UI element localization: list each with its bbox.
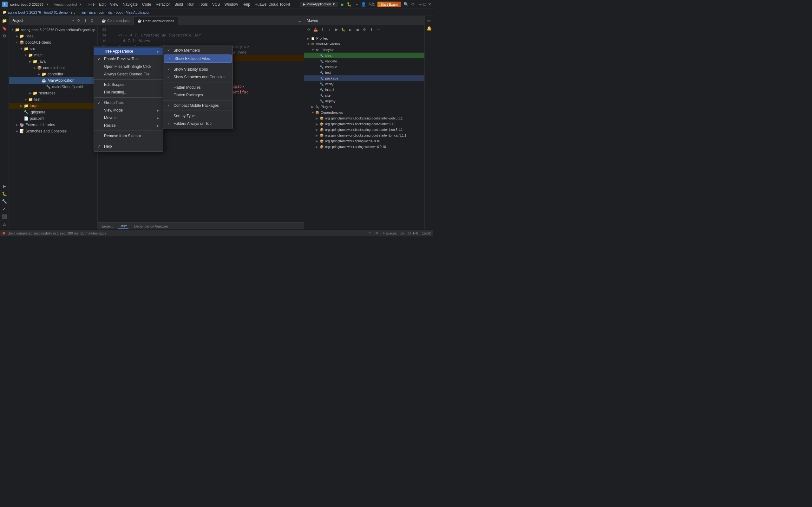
run-button[interactable]: ▶ bbox=[341, 2, 344, 7]
submenu-show-visibility[interactable]: ✓ Show Visibility Icons bbox=[163, 66, 233, 73]
eye-icon[interactable]: 👁 bbox=[375, 231, 379, 235]
maven-run-icon[interactable]: ▶ bbox=[334, 26, 340, 33]
maven-refresh-icon[interactable]: ⟳ bbox=[305, 26, 312, 33]
terminal-icon[interactable]: ⬛ bbox=[1, 213, 8, 220]
menu-tools[interactable]: Tools bbox=[197, 2, 210, 7]
ctx-file-nesting[interactable]: File Nesting... bbox=[94, 89, 163, 96]
debug-left-icon[interactable]: 🐛 bbox=[1, 190, 8, 197]
breadcrumb-src[interactable]: src bbox=[71, 10, 75, 14]
line-sep-label[interactable]: LF bbox=[400, 231, 404, 235]
maven-tree-item[interactable]: ▶📦 org.springframework.spring-webmvc:6.0… bbox=[304, 144, 424, 150]
search-icon[interactable]: 🔍 bbox=[403, 2, 409, 7]
tree-item[interactable]: 🔧 .gitignore bbox=[9, 109, 97, 115]
tab-restcontroller-class[interactable]: ☕ RestController.class bbox=[134, 16, 178, 25]
breadcrumb-boot3[interactable]: boot3-01-demo bbox=[44, 10, 68, 14]
tree-item[interactable]: ▼ 📁 src bbox=[9, 46, 97, 52]
maven-settings-icon[interactable]: ⚙ bbox=[361, 26, 368, 33]
maven-skip-icon[interactable]: ⏭ bbox=[347, 26, 354, 33]
tab-controller-java[interactable]: ☕ Controller.java bbox=[98, 16, 134, 25]
run-icon[interactable]: ▶ bbox=[1, 182, 8, 189]
maven-collapse-icon[interactable]: ⬆ bbox=[368, 26, 374, 33]
maven-tree-item[interactable]: 🔧 install bbox=[304, 87, 424, 93]
maven-tree-item[interactable]: ▶📦 org.springframework.boot:spring-boot-… bbox=[304, 121, 424, 127]
encoding-label[interactable]: UTF-8 bbox=[408, 231, 418, 235]
maven-tree-item[interactable]: ▼📦 Dependencies bbox=[304, 110, 424, 115]
menu-run[interactable]: Run bbox=[185, 2, 197, 7]
user-icon[interactable]: 👤 bbox=[361, 2, 366, 7]
menu-huawei[interactable]: Huawei Cloud Toolkit bbox=[252, 2, 293, 7]
project-icon[interactable]: 📁 bbox=[1, 17, 8, 24]
ctx-enable-preview[interactable]: ✓ Enable Preview Tab bbox=[94, 55, 163, 63]
breadcrumb-main[interactable]: main bbox=[78, 10, 86, 14]
ctx-group-tabs[interactable]: ✓ Group Tabs bbox=[94, 99, 163, 107]
tree-item[interactable]: ▼ 📁 main bbox=[9, 52, 97, 58]
tree-item[interactable]: 🔧 main(String[]):void bbox=[9, 83, 97, 90]
settings-icon[interactable]: ⚙ bbox=[411, 2, 415, 7]
maven-tree-item[interactable]: ▶ 📋 Profiles bbox=[304, 36, 424, 41]
tree-item[interactable]: ▶ 📁 target bbox=[9, 103, 97, 109]
maven-tree-item[interactable]: 🔧 verify bbox=[304, 81, 424, 87]
menu-code[interactable]: Code bbox=[140, 2, 154, 7]
sync-icon[interactable]: ⟳ bbox=[76, 18, 82, 23]
ctx-move-to[interactable]: Move to ▶ bbox=[94, 114, 163, 122]
maven-debug-icon[interactable]: 🐛 bbox=[340, 26, 347, 33]
menu-edit[interactable]: Edit bbox=[97, 2, 108, 7]
tree-item[interactable]: ▶ 📁 resources bbox=[9, 90, 97, 96]
breadcrumb-djc[interactable]: djc bbox=[108, 10, 113, 14]
bottom-tab-project[interactable]: project bbox=[100, 224, 114, 229]
menu-refactor[interactable]: Refactor bbox=[154, 2, 172, 7]
ctx-view-mode[interactable]: View Mode ▶ bbox=[94, 107, 163, 114]
menu-file[interactable]: File bbox=[86, 2, 97, 7]
services-icon[interactable]: 🔧 bbox=[1, 198, 8, 205]
tree-item[interactable]: ▶ 📁 test bbox=[9, 96, 97, 103]
submenu-flatten-modules[interactable]: Flatten Modules bbox=[163, 83, 233, 91]
version-control-dropdown[interactable]: ▼ bbox=[79, 3, 82, 6]
maven-tree-item[interactable]: ▼ ⚙ Lifecycle bbox=[304, 47, 424, 53]
maven-tree-item[interactable]: 🔧 site bbox=[304, 93, 424, 98]
breadcrumb-mainapplication[interactable]: MainApplication bbox=[125, 10, 150, 14]
ctx-help[interactable]: ? Help bbox=[94, 143, 163, 150]
warnings-icon[interactable]: ⚠ bbox=[368, 231, 371, 235]
tree-item[interactable]: ▶ 📁 controller bbox=[9, 71, 97, 77]
menu-view[interactable]: View bbox=[108, 2, 120, 7]
submenu-folders-on-top[interactable]: ✓ Folders Always on Top bbox=[163, 120, 233, 127]
project-dropdown-icon[interactable]: ▼ bbox=[46, 3, 49, 6]
structure-icon[interactable]: ⚙ bbox=[1, 32, 8, 39]
minimize-button[interactable]: ─ bbox=[419, 2, 421, 7]
maven-tree-item[interactable]: ▶📦 org.springframework.boot:spring-boot-… bbox=[304, 115, 424, 121]
tree-item[interactable]: ▼ 📁 spring-boot-3-202376 D:\project\Idea… bbox=[9, 26, 97, 33]
debug-button[interactable]: 🐛 bbox=[347, 2, 352, 7]
ctx-remove-sidebar[interactable]: Remove from Sidebar bbox=[94, 132, 163, 140]
breadcrumb-com[interactable]: com bbox=[99, 10, 105, 14]
collapse-icon[interactable]: ⬆ bbox=[83, 18, 88, 23]
more-button[interactable]: ⋯ bbox=[354, 2, 358, 7]
maven-tree-item[interactable]: 🔧 compile bbox=[304, 64, 424, 70]
tree-item[interactable]: ▶ 📝 Scratches and Consoles bbox=[9, 128, 97, 134]
menu-help[interactable]: Help bbox=[240, 2, 252, 7]
maven-tree-item[interactable]: ▶📦 org.springframework.spring-web:6.0.10 bbox=[304, 138, 424, 144]
tab-more-btn[interactable]: ⋯ bbox=[295, 18, 304, 25]
commit-icon[interactable]: ✔ bbox=[1, 205, 8, 212]
maven-tree-item[interactable]: ▶📦 org.springframework.boot:spring-boot-… bbox=[304, 132, 424, 138]
maven-tree-item[interactable]: 🔧 package bbox=[304, 75, 424, 81]
start-exam-button[interactable]: Start Exam bbox=[377, 2, 401, 7]
maven-tree-item[interactable]: ▶🔌 Plugins bbox=[304, 104, 424, 110]
maven-tree-item[interactable]: 🔧 deploy bbox=[304, 98, 424, 104]
tree-item[interactable]: 📄 pom.xml bbox=[9, 115, 97, 122]
ctx-edit-scopes[interactable]: Edit Scopes... bbox=[94, 81, 163, 89]
menu-navigate[interactable]: Navigate bbox=[120, 2, 140, 7]
breadcrumb-java[interactable]: java bbox=[89, 10, 96, 14]
maven-tree-item[interactable]: 🔧 clean bbox=[304, 53, 424, 58]
submenu-compact-middle[interactable]: ✓ Compact Middle Packages bbox=[163, 102, 233, 109]
tree-item[interactable]: ▼ 📦 boot3-01-demo bbox=[9, 39, 97, 46]
problems-icon[interactable]: ⚠ bbox=[1, 221, 8, 228]
maven-right-icon[interactable]: m bbox=[426, 17, 433, 24]
ctx-open-files[interactable]: Open Files with Single Click bbox=[94, 63, 163, 70]
submenu-sort-by-type[interactable]: Sort by Type bbox=[163, 112, 233, 120]
translate-icon[interactable]: A文 bbox=[368, 2, 375, 7]
tree-item[interactable]: ☕ MainApplication bbox=[9, 77, 97, 83]
gear-icon[interactable]: ⚙ bbox=[89, 18, 95, 23]
breadcrumb-project[interactable]: spring-boot-3-202376 bbox=[8, 10, 41, 14]
maven-download-icon[interactable]: ⬇ bbox=[319, 26, 326, 33]
tree-item[interactable]: ▶ 📚 External Libraries bbox=[9, 122, 97, 128]
